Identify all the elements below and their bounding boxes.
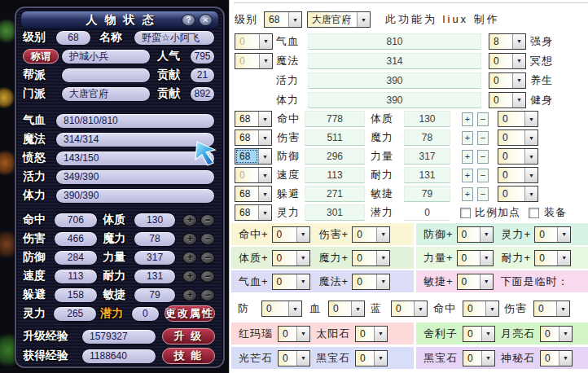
minus-button[interactable]: − — [200, 289, 215, 301]
chevron-down-icon: ▼ — [414, 301, 427, 316]
temp-mp-dropdown[interactable]: 0 ▼ — [391, 301, 428, 317]
temp-buff-row: 防 0 ▼ 血 0 ▼ 蓝 0 ▼ 命中 0 ▼ 伤害 0 ▼ — [235, 300, 570, 318]
light-stone-dropdown[interactable]: 0 ▼ — [278, 350, 310, 366]
add-label: 伤害+ — [319, 227, 349, 242]
temp-hit-dropdown[interactable]: 0 ▼ — [463, 301, 499, 317]
levelup-button[interactable]: 升 级 — [162, 328, 215, 344]
plus-button[interactable]: + — [462, 112, 473, 126]
damage-extra-dropdown[interactable]: 0 ▼ — [498, 129, 538, 146]
qiangshen-dropdown[interactable]: 8 ▼ — [489, 33, 526, 50]
minus-button[interactable]: − — [200, 252, 215, 264]
strength-add-dropdown[interactable]: 0 ▼ — [457, 250, 494, 266]
hit-skill-dropdown[interactable]: 68 ▼ — [235, 111, 272, 127]
damage-skill-dropdown[interactable]: 68 ▼ — [235, 129, 272, 146]
skills-button[interactable]: 技 能 — [162, 348, 215, 364]
temp-hp-dropdown[interactable]: 0 ▼ — [328, 301, 365, 317]
endurance-add-dropdown[interactable]: 0 ▼ — [534, 250, 571, 266]
close-icon[interactable]: ✕ — [199, 14, 213, 26]
minus-button[interactable]: − — [200, 214, 215, 226]
minus-button[interactable]: − — [200, 270, 215, 283]
dodge-extra-dropdown[interactable]: 0 ▼ — [498, 186, 538, 202]
title-button[interactable]: 称谓 — [23, 49, 59, 64]
plus-button[interactable]: + — [462, 187, 473, 201]
plus-button[interactable]: + — [462, 131, 473, 145]
plus-button[interactable]: + — [182, 233, 197, 245]
dodge-skill-dropdown[interactable]: 68 ▼ — [235, 186, 272, 202]
chevron-down-icon: ▼ — [512, 54, 525, 68]
add-row-agility-note: 敏捷+ 0 ▼ 下面是临时： — [416, 270, 588, 292]
plus-button[interactable]: + — [182, 252, 197, 264]
row-value2: 317 — [404, 148, 450, 165]
potential-value: 0 — [131, 306, 160, 322]
constitution-add-dropdown[interactable]: 0 ▼ — [272, 250, 310, 266]
minus-button[interactable]: − — [477, 169, 489, 182]
help-button[interactable]: ? — [182, 14, 195, 26]
agility-add-dropdown[interactable]: 0 ▼ — [457, 274, 494, 290]
plus-button[interactable]: + — [462, 150, 473, 164]
plus-button[interactable]: + — [182, 214, 197, 226]
mp-value: 314/314 — [55, 132, 215, 147]
info-row-school: 门派 大唐官府 贡献 892 — [23, 85, 215, 103]
defense-skill-dropdown[interactable]: 68 ▼ — [235, 148, 272, 165]
red-agate-dropdown[interactable]: 0 ▼ — [278, 326, 310, 342]
mp-add-dropdown[interactable]: 0 ▼ — [352, 274, 390, 290]
yangsheng-dropdown[interactable]: 0 ▼ — [489, 72, 526, 89]
mystery-stone-dropdown[interactable]: 0 ▼ — [540, 350, 573, 366]
minus-button[interactable]: − — [477, 131, 489, 145]
ratio-allocation-checkbox[interactable] — [460, 208, 471, 218]
plus-button[interactable]: + — [462, 169, 473, 182]
minus-button[interactable]: − — [477, 150, 489, 164]
damage-add-dropdown[interactable]: 0 ▼ — [352, 226, 390, 243]
calc-level-dropdown[interactable]: 68 ▼ — [264, 11, 302, 28]
defense-add-dropdown[interactable]: 0 ▼ — [457, 226, 494, 243]
hit-add-dropdown[interactable]: 0 ▼ — [272, 226, 310, 243]
chevron-down-icon: ▼ — [259, 54, 272, 68]
levelup-exp-value: 1579327 — [81, 329, 156, 344]
plus-button[interactable]: + — [182, 289, 197, 301]
chevron-down-icon: ▼ — [296, 351, 309, 366]
calc-stat-row-damage: 68 ▼ 伤害 511 魔力 78 + − 0 ▼ — [235, 129, 538, 146]
stat-row-defense: 防御 284 力量 317 + − — [23, 248, 215, 266]
add-label: 耐力+ — [502, 251, 532, 265]
plus-button[interactable]: + — [182, 270, 197, 283]
hp-mod-dropdown[interactable]: 0 ▼ — [235, 33, 273, 50]
mp-mod-dropdown[interactable]: 0 ▼ — [235, 53, 273, 69]
change-attributes-button[interactable]: 更改属性 — [165, 305, 215, 322]
speed-skill-dropdown[interactable]: 0 ▼ — [235, 167, 272, 183]
equipment-checkbox[interactable] — [529, 208, 539, 218]
add-row-hit-damage: 命中+ 0 ▼ 伤害+ 0 ▼ — [231, 223, 414, 245]
spirit-add-dropdown[interactable]: 0 ▼ — [534, 226, 571, 243]
temp-damage-dropdown[interactable]: 0 ▼ — [533, 301, 570, 317]
chevron-down-icon: ▼ — [480, 251, 493, 265]
gem-row-black-mystery: 黑宝石 0 ▼ 神秘石 0 ▼ — [416, 347, 588, 369]
window-title: 人物状态 — [79, 13, 161, 28]
moon-stone-dropdown[interactable]: 0 ▼ — [540, 326, 573, 342]
minus-button[interactable]: − — [477, 112, 489, 126]
magic-add-dropdown[interactable]: 0 ▼ — [352, 250, 390, 266]
mingxiang-dropdown[interactable]: 0 ▼ — [489, 53, 526, 69]
calc-stat-row-spirit: 68 ▼ 灵力 301 潜力 0 比例加点 装备 — [235, 204, 567, 221]
hp-add-dropdown[interactable]: 0 ▼ — [272, 274, 310, 290]
hit-extra-dropdown[interactable]: 0 ▼ — [498, 111, 538, 127]
add-label: 命中+ — [239, 227, 269, 242]
speed-extra-dropdown[interactable]: 0 ▼ — [498, 167, 538, 183]
calc-school-dropdown[interactable]: 大唐官府 ▼ — [307, 11, 371, 28]
popularity-label: 人气 — [157, 49, 190, 64]
sarira-dropdown[interactable]: 0 ▼ — [463, 326, 495, 342]
spirit-skill-dropdown[interactable]: 68 ▼ — [235, 204, 272, 221]
calc-stamina-row: 体力 390 0 ▼ 健身 — [235, 91, 553, 108]
sun-stone-dropdown[interactable]: 0 ▼ — [355, 326, 388, 342]
gem-label: 舍利子 — [423, 327, 458, 341]
defense-extra-dropdown[interactable]: 0 ▼ — [498, 148, 538, 165]
gem-row-sarira-moon: 舍利子 0 ▼ 月亮石 0 ▼ — [416, 323, 588, 344]
window-titlebar[interactable]: 人物状态 ? ✕ — [20, 11, 219, 29]
temp-defense-dropdown[interactable]: 0 ▼ — [261, 301, 302, 317]
black-gem-dropdown[interactable]: 0 ▼ — [463, 350, 495, 366]
ratio-allocation-label: 比例加点 — [475, 205, 520, 220]
chevron-down-icon: ▼ — [296, 327, 309, 341]
minus-button[interactable]: − — [477, 187, 489, 201]
jianshen-dropdown[interactable]: 0 ▼ — [489, 92, 526, 108]
calc-level-label: 级别 — [235, 12, 264, 27]
minus-button[interactable]: − — [200, 233, 215, 245]
black-gem-dropdown[interactable]: 0 ▼ — [355, 350, 388, 366]
